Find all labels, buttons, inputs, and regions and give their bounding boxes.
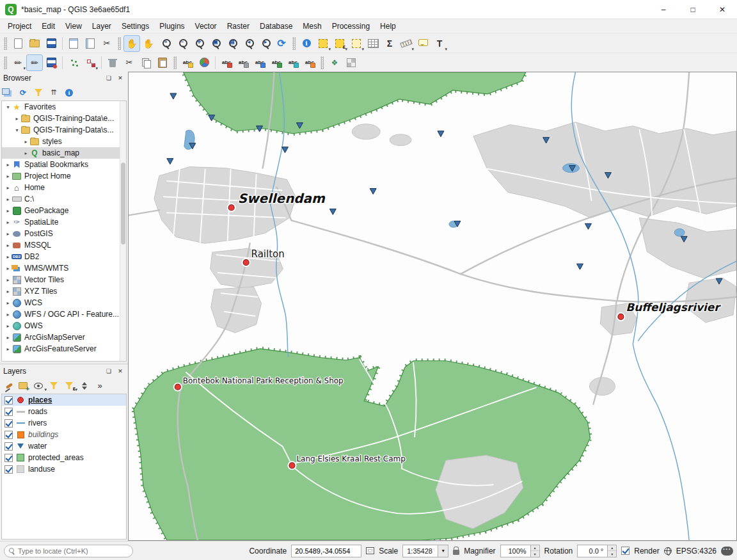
zoom-to-selection-button[interactable]: ▣ <box>207 35 223 52</box>
coordinate-input[interactable] <box>291 545 361 557</box>
menu-vector[interactable]: Vector <box>190 20 222 33</box>
layer-item-buildings[interactable]: buildings <box>2 429 126 440</box>
pin-unpin-labels-button[interactable] <box>235 54 251 71</box>
browser-item-qgis-training-data-s[interactable]: ▾QGIS-Training-Data\s... <box>2 124 126 136</box>
copy-features-button[interactable] <box>138 54 154 71</box>
plugin-button-2[interactable] <box>343 54 360 71</box>
layer-checkbox-landuse[interactable] <box>4 465 13 474</box>
chevron-right-icon[interactable]: ▸ <box>22 139 29 145</box>
browser-item-ows[interactable]: ▸OWS <box>2 320 126 332</box>
browser-item-spatialite[interactable]: ▸SpatiaLite <box>2 216 126 228</box>
float-panel-icon[interactable]: ❏ <box>104 74 113 83</box>
browser-item-home[interactable]: ▸Home <box>2 182 126 193</box>
layer-checkbox-places[interactable] <box>4 396 13 404</box>
measure-button[interactable]: ▾ <box>398 35 415 52</box>
filter-legend-button[interactable] <box>48 379 62 393</box>
rotate-label-button[interactable] <box>285 54 301 71</box>
layer-styling-button[interactable] <box>2 379 16 393</box>
lock-icon[interactable] <box>453 550 459 555</box>
collapse-all-button[interactable] <box>48 86 62 100</box>
filter-browser-button[interactable] <box>33 86 47 100</box>
layer-diagram-button[interactable] <box>196 54 212 71</box>
chevron-right-icon[interactable]: ▸ <box>4 220 12 225</box>
chevron-right-icon[interactable]: ▸ <box>4 208 12 214</box>
messages-icon[interactable] <box>721 547 733 556</box>
delete-selected-button[interactable] <box>104 54 121 71</box>
chevron-right-icon[interactable]: ▸ <box>4 266 12 271</box>
menu-project[interactable]: Project <box>3 20 36 33</box>
zoom-to-layer-button[interactable]: ▤ <box>223 35 240 52</box>
chevron-down-icon[interactable]: ▾ <box>361 47 364 51</box>
layer-item-landuse[interactable]: landuse <box>2 463 126 475</box>
zoom-last-button[interactable]: ◂ <box>240 35 257 52</box>
expand-collapse-button[interactable] <box>79 379 93 393</box>
chevron-down-icon[interactable]: ▾ <box>44 387 47 392</box>
layer-checkbox-rivers[interactable] <box>4 419 13 428</box>
pan-map-button[interactable] <box>123 35 140 52</box>
save-layer-edits-button[interactable] <box>43 54 59 71</box>
browser-item-arcgismapserver[interactable]: ▸ArcGisMapServer <box>2 332 126 343</box>
move-label-button[interactable] <box>268 54 285 71</box>
spinner-buttons[interactable]: ▴▾ <box>608 545 617 557</box>
menu-settings[interactable]: Settings <box>116 20 154 33</box>
toggle-editing-button[interactable] <box>26 54 43 71</box>
layer-item-roads[interactable]: roads <box>2 406 126 417</box>
show-layout-manager-button[interactable] <box>82 35 99 52</box>
chevron-down-icon[interactable]: ▾ <box>4 104 12 110</box>
map-tips-button[interactable] <box>415 35 431 52</box>
deselect-features-button[interactable]: ▾ <box>348 35 365 52</box>
show-hide-labels-button[interactable] <box>251 54 268 71</box>
text-annotation-button[interactable]: ▾ <box>431 35 448 52</box>
browser-item-mssql[interactable]: ▸MSSQL <box>2 239 126 251</box>
chevron-right-icon[interactable]: ▸ <box>4 289 12 294</box>
open-project-button[interactable] <box>26 35 43 52</box>
chevron-right-icon[interactable]: ▸ <box>4 173 12 179</box>
select-features-button[interactable]: ▾ <box>315 35 331 52</box>
spinner-buttons[interactable]: ▴▾ <box>531 545 540 557</box>
maximize-button[interactable]: □ <box>678 0 708 19</box>
layer-checkbox-buildings[interactable] <box>4 431 13 439</box>
chevron-right-icon[interactable]: ▸ <box>4 254 12 260</box>
close-panel-icon[interactable]: ✕ <box>116 367 125 376</box>
chevron-down-icon[interactable]: ▾ <box>345 47 347 51</box>
layer-item-rivers[interactable]: rivers <box>2 417 126 429</box>
browser-properties-button[interactable] <box>63 86 77 100</box>
toolbar-overflow-button[interactable] <box>94 379 108 393</box>
menu-layer[interactable]: Layer <box>87 20 116 33</box>
minimize-button[interactable]: – <box>649 0 678 19</box>
chevron-right-icon[interactable]: ▸ <box>4 300 12 306</box>
scale-combo[interactable]: 1:35428 ▾ <box>402 545 448 557</box>
menu-help[interactable]: Help <box>375 20 401 33</box>
menu-edit[interactable]: Edit <box>36 20 60 33</box>
browser-item-spatial-bookmarks[interactable]: ▸Spatial Bookmarks <box>2 159 126 170</box>
browser-item-vector-tiles[interactable]: ▸Vector Tiles <box>2 274 126 285</box>
chevron-down-icon[interactable]: ▾ <box>75 387 77 392</box>
chevron-right-icon[interactable]: ▸ <box>4 312 12 317</box>
map-refresh-button[interactable] <box>273 35 290 52</box>
save-project-button[interactable] <box>43 35 59 52</box>
browser-scrollbar[interactable] <box>120 101 126 361</box>
locate-input[interactable] <box>18 547 128 555</box>
layer-checkbox-roads[interactable] <box>4 408 13 416</box>
menu-plugins[interactable]: Plugins <box>154 20 189 33</box>
chevron-down-icon[interactable]: ▾ <box>328 47 331 51</box>
add-point-feature-button[interactable] <box>65 54 82 71</box>
browser-item-basic-map[interactable]: ▸basic_map <box>2 147 126 159</box>
refresh-browser-button[interactable] <box>17 86 31 100</box>
layer-checkbox-protected-areas[interactable] <box>4 454 13 462</box>
style-manager-button[interactable] <box>99 35 115 52</box>
menu-database[interactable]: Database <box>255 20 297 33</box>
menu-raster[interactable]: Raster <box>222 20 255 33</box>
chevron-down-icon[interactable]: ▾ <box>445 47 447 51</box>
chevron-right-icon[interactable]: ▸ <box>22 150 29 156</box>
browser-item-geopackage[interactable]: ▸GeoPackage <box>2 205 126 216</box>
epsg-label[interactable]: EPSG:4326 <box>676 547 717 556</box>
zoom-next-button[interactable]: ▸ <box>257 35 273 52</box>
chevron-right-icon[interactable]: ▸ <box>4 185 12 191</box>
chevron-down-icon[interactable]: ▾ <box>95 66 98 70</box>
rotation-spinbox[interactable]: 0.0 ° ▴▾ <box>577 545 617 557</box>
chevron-down-icon[interactable]: ▾ <box>438 545 448 557</box>
chevron-right-icon[interactable]: ▸ <box>4 346 12 352</box>
statistics-button[interactable] <box>381 35 398 52</box>
browser-item-wfs-ogc-api-feature[interactable]: ▸WFS / OGC API - Feature... <box>2 308 126 320</box>
